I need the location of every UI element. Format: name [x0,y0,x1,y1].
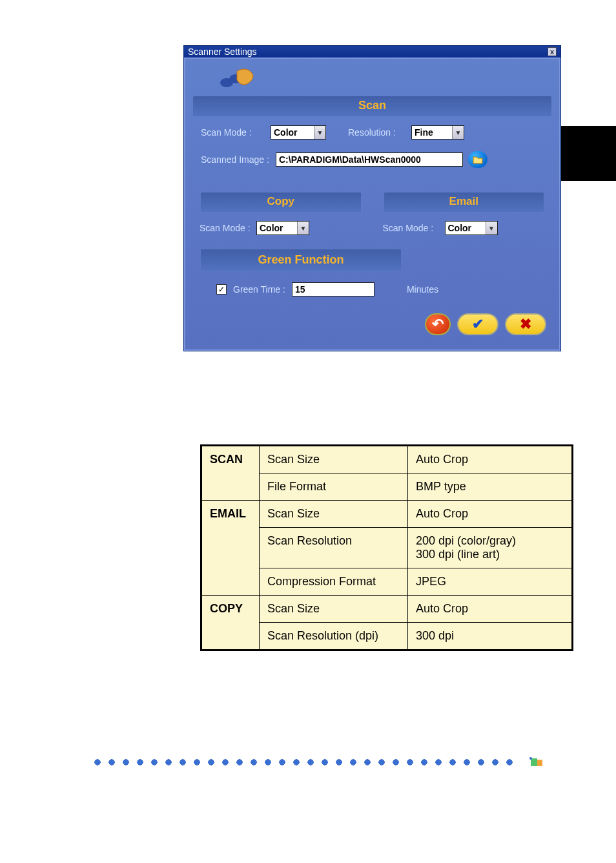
folder-icon [473,155,483,164]
dropdown-arrow-icon: ▼ [452,126,464,139]
scanner-hand-icon [218,65,256,90]
spec-value-cell: 200 dpi (color/gray) 300 dpi (line art) [408,528,573,568]
scanner-settings-dialog: Scanner Settings x Scan S [183,45,561,351]
dropdown-arrow-icon: ▼ [314,126,325,139]
email-mode-value: Color [446,223,486,233]
spec-value-cell: BMP type [408,473,573,501]
check-icon: ✔ [472,316,484,333]
spec-key-cell: Scan Size [260,501,408,528]
x-icon: ✖ [520,316,531,333]
svg-rect-2 [531,758,537,766]
scan-mode-select[interactable]: Color ▼ [271,125,326,140]
email-mode-label: Scan Mode : [383,223,440,233]
copy-section-header: Copy [201,192,361,212]
spec-category-cell: EMAIL [201,501,260,596]
green-time-input[interactable]: 15 [292,282,375,296]
ok-button[interactable]: ✔ [457,313,498,335]
spec-key-cell: Scan Size [260,596,408,623]
spec-value-cell: Auto Crop [408,501,573,528]
spec-category-cell: COPY [201,596,260,650]
dropdown-arrow-icon: ▼ [297,222,309,234]
email-mode-select[interactable]: Color ▼ [445,221,498,235]
browse-folder-button[interactable] [468,151,488,168]
copy-mode-select[interactable]: Color ▼ [256,221,309,235]
copy-mode-value: Color [257,223,297,233]
spec-value-cell: JPEG [408,568,573,596]
green-time-value: 15 [295,284,305,295]
green-time-label: Green Time : [233,284,285,295]
close-icon[interactable]: x [548,47,557,56]
spec-key-cell: Scan Resolution [260,528,408,568]
spec-key-cell: File Format [260,473,408,501]
scanned-image-label: Scanned Image : [201,154,271,165]
dropdown-arrow-icon: ▼ [486,222,497,234]
spec-key-cell: Scan Size [260,446,408,473]
green-time-unit: Minutes [407,284,438,295]
scanned-image-path-input[interactable]: C:\PARADIGM\Data\HWScan0000 [276,152,463,167]
table-row: COPYScan SizeAuto Crop [201,596,573,623]
scanned-image-path-value: C:\PARADIGM\Data\HWScan0000 [279,154,421,165]
spec-key-cell: Scan Resolution (dpi) [260,623,408,650]
dialog-titlebar: Scanner Settings x [184,46,560,57]
resolution-value: Fine [412,127,452,138]
table-row: SCANScan SizeAuto Crop [201,446,573,473]
spec-table: SCANScan SizeAuto CropFile FormatBMP typ… [200,444,573,651]
email-section-header: Email [384,192,544,212]
dialog-title: Scanner Settings [188,47,257,57]
spec-key-cell: Compression Format [260,568,408,596]
green-function-header: Green Function [201,249,401,271]
undo-button[interactable]: ↶ [425,313,451,335]
resolution-select[interactable]: Fine ▼ [411,125,464,140]
spec-value-cell: Auto Crop [408,596,573,623]
undo-icon: ↶ [432,316,444,333]
scan-mode-value: Color [271,127,314,138]
svg-point-4 [529,757,532,760]
footer-logo-icon [528,756,545,769]
cancel-button[interactable]: ✖ [505,313,546,335]
table-row: EMAILScan SizeAuto Crop [201,501,573,528]
green-time-checkbox[interactable]: ✓ [216,284,227,295]
svg-rect-3 [537,760,542,766]
copy-mode-label: Scan Mode : [200,223,251,233]
scan-mode-label: Scan Mode : [201,127,265,138]
spec-value-cell: 300 dpi [408,623,573,650]
footer-dots [90,756,545,769]
resolution-label: Resolution : [348,127,406,138]
spec-category-cell: SCAN [201,446,260,501]
scan-section-header: Scan [193,96,551,116]
spec-value-cell: Auto Crop [408,446,573,473]
